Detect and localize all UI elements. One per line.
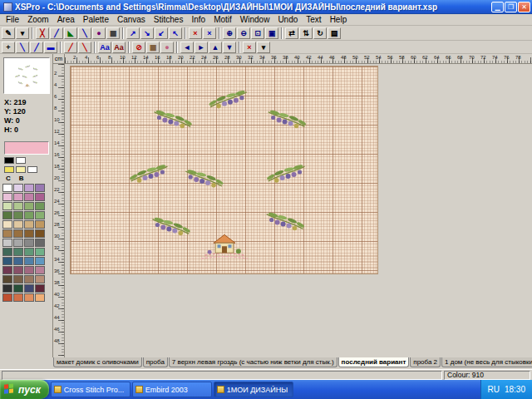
palette-swatch[interactable] [24, 193, 34, 201]
red-line-tool[interactable]: ╱ [64, 42, 77, 53]
red-backline-tool[interactable]: ╲ [78, 42, 91, 53]
palette-tool[interactable]: ▦ [146, 42, 160, 53]
palette-swatch[interactable] [24, 266, 34, 274]
palette-swatch[interactable] [13, 248, 23, 256]
full-stitch-tool[interactable]: ╳ [36, 27, 49, 39]
delete-stitch[interactable]: × [189, 27, 202, 39]
menu-motif[interactable]: Motif [209, 15, 236, 24]
palette-swatch[interactable] [13, 266, 23, 274]
palette-swatch[interactable] [24, 184, 34, 192]
pencil-dropdown[interactable]: ▾ [16, 27, 29, 39]
palette-swatch[interactable] [2, 220, 12, 229]
palette-swatch[interactable] [24, 239, 34, 247]
taskbar-button[interactable]: 1МОИ ДИЗАЙНЫ [214, 382, 293, 397]
no-colour-tool[interactable]: ⊘ [132, 42, 145, 53]
palette-swatch[interactable] [35, 284, 45, 293]
line-tool-ne[interactable]: ╱ [30, 42, 43, 53]
palette-swatch[interactable] [4, 166, 14, 173]
shift-right[interactable]: ► [195, 42, 208, 53]
palette-swatch[interactable] [24, 220, 34, 229]
french-knot-tool[interactable]: ● [92, 27, 106, 39]
taskbar-button[interactable]: Cross Stitch Pro... [51, 382, 131, 397]
palette-swatch[interactable] [13, 211, 23, 219]
quarter-stitch-tool[interactable]: ◣ [64, 27, 77, 39]
menu-palette[interactable]: Palette [79, 15, 113, 24]
pattern-tab[interactable]: проба [143, 357, 168, 367]
motif-dropdown[interactable]: ▾ [257, 42, 270, 53]
start-button[interactable]: пуск [0, 380, 49, 399]
menu-text[interactable]: Text [302, 15, 325, 24]
palette-swatch[interactable] [35, 293, 45, 302]
maximize-button[interactable]: ❐ [505, 2, 517, 12]
backstitch-se[interactable]: ↘ [140, 27, 154, 39]
palette-swatch[interactable] [13, 220, 23, 229]
backstitch-nw[interactable]: ↖ [169, 27, 182, 39]
menu-window[interactable]: Window [236, 15, 274, 24]
zoom-area[interactable]: ⊡ [251, 27, 264, 39]
palette-swatch[interactable] [2, 211, 12, 219]
palette-swatch[interactable] [13, 229, 23, 238]
minimize-button[interactable]: ▁ [491, 2, 504, 12]
half-stitch-tool[interactable]: ╱ [50, 27, 63, 39]
palette-swatch[interactable] [2, 184, 12, 192]
pencil-tool[interactable]: ✎ [2, 27, 15, 39]
palette-swatch[interactable] [35, 275, 45, 283]
palette-swatch[interactable] [2, 193, 12, 201]
palette-swatch[interactable] [13, 284, 23, 293]
palette-swatch[interactable] [13, 239, 23, 247]
backstitch-ne[interactable]: ↗ [126, 27, 140, 39]
backstitch-tool[interactable]: ╲ [78, 27, 91, 39]
delete-motif[interactable]: × [243, 42, 256, 53]
selected-color-swatch[interactable] [4, 141, 49, 155]
menu-undo[interactable]: Undo [273, 15, 302, 24]
grid-toggle[interactable]: ▦ [106, 27, 120, 39]
palette-swatch[interactable] [2, 284, 12, 293]
palette-swatch[interactable] [2, 257, 12, 265]
menu-zoom[interactable]: Zoom [23, 15, 53, 24]
palette-swatch[interactable] [13, 257, 23, 265]
rotate-tool[interactable]: ↻ [313, 27, 327, 39]
taskbar-button[interactable]: Embird 2003 [132, 382, 212, 397]
palette-swatch[interactable] [2, 275, 12, 283]
palette-swatch[interactable] [13, 275, 23, 283]
palette-swatch[interactable] [2, 248, 12, 256]
palette-swatch[interactable] [2, 239, 12, 247]
palette-swatch[interactable] [16, 157, 26, 164]
pattern-tab[interactable]: макет домик с оливочками [53, 357, 142, 367]
palette-swatch[interactable] [35, 211, 45, 219]
palette-swatch[interactable] [2, 202, 12, 210]
thick-line-tool[interactable]: ▬ [44, 42, 57, 53]
palette-swatch[interactable] [24, 202, 34, 210]
palette-swatch[interactable] [2, 266, 12, 274]
menu-info[interactable]: Info [187, 15, 209, 24]
palette-swatch[interactable] [2, 229, 12, 238]
zoom-fit[interactable]: ▣ [265, 27, 278, 39]
palette-swatch[interactable] [24, 257, 34, 265]
palette-swatch[interactable] [13, 293, 23, 302]
colour-picker[interactable]: ● [160, 42, 174, 53]
text-tool-alt[interactable]: Aa [112, 42, 126, 53]
palette-swatch[interactable] [13, 202, 23, 210]
mirror-vertical[interactable]: ⇅ [299, 27, 313, 39]
select-tool[interactable]: + [2, 42, 15, 53]
palette-swatch[interactable] [35, 184, 45, 192]
pattern-preview[interactable] [3, 57, 50, 94]
menu-area[interactable]: Area [53, 15, 79, 24]
palette-swatch[interactable] [24, 275, 34, 283]
language-indicator[interactable]: RU [488, 385, 500, 394]
palette-swatch[interactable] [16, 166, 26, 173]
shift-down[interactable]: ▼ [223, 42, 236, 53]
menu-stitches[interactable]: Stitches [150, 15, 188, 24]
delete-backstitch[interactable]: × [203, 27, 216, 39]
pattern-tab[interactable]: проба 2 [410, 357, 441, 367]
close-button[interactable]: ✕ [518, 2, 530, 12]
menu-canvas[interactable]: Canvas [113, 15, 150, 24]
zoom-out[interactable]: ⊖ [237, 27, 250, 39]
palette-swatch[interactable] [35, 193, 45, 201]
palette-swatch[interactable] [35, 248, 45, 256]
palette-swatch[interactable] [24, 248, 34, 256]
shift-left[interactable]: ◄ [180, 42, 194, 53]
pattern-tab[interactable]: последний вариант [338, 357, 410, 367]
palette-swatch[interactable] [35, 266, 45, 274]
text-tool[interactable]: Aa [98, 42, 111, 53]
